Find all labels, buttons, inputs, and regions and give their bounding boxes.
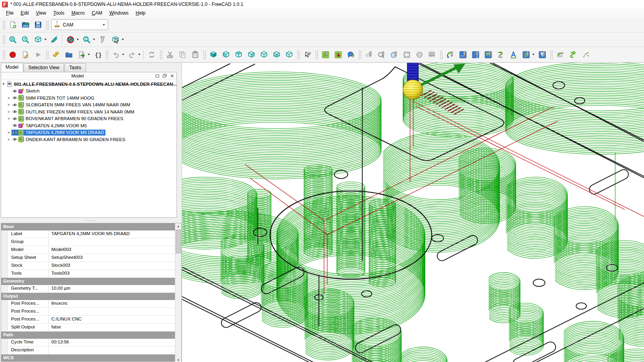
export-button[interactable] <box>75 49 87 60</box>
dock-splitter[interactable] <box>0 218 182 223</box>
cam-job-button[interactable] <box>319 49 331 60</box>
toolbar-grip[interactable] <box>105 50 108 59</box>
visibility-eye-icon[interactable] <box>11 96 18 100</box>
view-fit-all-button[interactable] <box>7 34 19 45</box>
view-left-button[interactable] <box>283 49 295 60</box>
property-value[interactable] <box>49 308 175 315</box>
export-dropdown-arrow[interactable] <box>88 54 90 55</box>
cam-simulator-button[interactable] <box>376 49 387 60</box>
property-value[interactable]: C:/LINUX CNC <box>49 316 175 323</box>
op-vcarve-button[interactable] <box>536 49 548 60</box>
property-value[interactable] <box>49 238 175 246</box>
property-value[interactable]: linuxcnc <box>49 300 175 307</box>
property-row[interactable]: Post Proces... <box>1 308 175 316</box>
open-document-button[interactable] <box>19 19 31 31</box>
paste-button[interactable] <box>189 49 201 60</box>
branch-collapsed-icon[interactable]: ▶ <box>7 138 11 141</box>
property-value[interactable]: false <box>49 324 175 331</box>
menu-cam[interactable]: CAM <box>88 9 106 17</box>
view-front-button[interactable] <box>220 49 232 60</box>
cam-simulator-gl-button[interactable] <box>388 49 400 60</box>
cam-toolbits-button[interactable] <box>426 49 438 60</box>
view-align-button[interactable] <box>48 34 60 45</box>
view-top-button[interactable] <box>233 49 244 60</box>
property-value[interactable]: Tools003 <box>49 270 175 277</box>
property-value[interactable] <box>49 347 175 354</box>
property-row[interactable]: ModelModel003 <box>1 246 175 254</box>
op-engrave-button[interactable] <box>507 49 519 60</box>
view-rear-button[interactable] <box>258 49 270 60</box>
part-blocks-button[interactable] <box>50 49 62 60</box>
menu-file[interactable]: File <box>2 9 17 17</box>
toolbar-grip[interactable] <box>2 35 5 44</box>
property-row[interactable]: ToolsTools003 <box>1 270 175 278</box>
op-adaptive-dropdown-arrow[interactable] <box>532 54 535 55</box>
workbench-dropdown-arrow[interactable] <box>101 20 108 30</box>
cam-sanity-check-button[interactable] <box>345 49 357 60</box>
property-row[interactable]: Description <box>1 347 175 354</box>
view-axonometric-button[interactable] <box>207 49 219 60</box>
property-row[interactable]: Group <box>1 238 175 246</box>
panel-minimize-button[interactable] <box>154 73 160 79</box>
panel-close-button[interactable] <box>169 73 175 79</box>
3d-viewport[interactable] <box>182 63 644 362</box>
property-value[interactable]: SetupSheet003 <box>49 254 175 262</box>
redo-button[interactable] <box>126 49 138 60</box>
refresh-button[interactable] <box>146 49 158 60</box>
toolbar-grip[interactable] <box>159 50 162 59</box>
scroll-down-arrow[interactable]: ▼ <box>175 357 181 362</box>
view-fit-selection-button[interactable] <box>19 34 31 45</box>
toolbar-grip[interactable] <box>550 50 553 59</box>
macro-record-button[interactable] <box>7 49 19 60</box>
view-clipping-button[interactable] <box>64 34 76 45</box>
property-row[interactable]: Post Proces...C:/LINUX CNC <box>1 316 175 324</box>
property-value[interactable]: Model003 <box>49 246 175 254</box>
view-right-button[interactable] <box>245 49 257 60</box>
property-row[interactable]: Split Outputfalse <box>1 324 175 332</box>
dressup-boundary-button[interactable] <box>554 49 566 60</box>
whats-this-button[interactable]: ? <box>301 49 313 60</box>
toolbar-grip[interactable] <box>2 20 5 30</box>
property-row[interactable]: StockStock003 <box>1 262 175 270</box>
redo-dropdown-arrow[interactable] <box>138 54 141 55</box>
property-value[interactable]: TAPGATEN 4,2MM VOOR M5 DRAAD <box>49 230 175 238</box>
toolbar-grip[interactable] <box>358 50 361 59</box>
tree-item[interactable]: ▶5MM FREZEN TOT 14MM HOOG <box>1 94 176 102</box>
view-isometric-button[interactable] <box>32 34 44 45</box>
visibility-eye-icon[interactable] <box>11 89 18 93</box>
save-document-button[interactable] <box>32 19 44 31</box>
panel-float-button[interactable] <box>161 73 168 79</box>
view-box-zoom-button[interactable] <box>81 34 92 45</box>
macro-play-button[interactable] <box>32 49 44 60</box>
measure-button[interactable] <box>97 34 109 45</box>
toolbar-grip[interactable] <box>45 20 49 30</box>
visibility-eye-icon[interactable] <box>11 137 18 141</box>
op-helix-button[interactable] <box>495 49 507 60</box>
cam-inspect-button[interactable] <box>363 49 375 60</box>
tree-item[interactable]: ▶ONDER-KANT AFBRAMEN 90 GRADEN FREES <box>1 136 176 143</box>
property-row[interactable]: Post Proces...linuxcnc <box>1 300 175 308</box>
undo-dropdown-arrow[interactable] <box>122 54 124 55</box>
branch-collapsed-icon[interactable]: ▶ <box>7 131 11 134</box>
cam-orbit-button[interactable] <box>413 49 425 60</box>
visibility-eye-icon[interactable] <box>11 117 18 121</box>
view-bottom-button[interactable] <box>270 49 282 60</box>
workbench-selector[interactable]: CAM <box>51 19 108 30</box>
toolbar-grip[interactable] <box>203 50 206 59</box>
view-clipping-dropdown-arrow[interactable] <box>77 39 79 40</box>
tree-item[interactable]: ▶BOVENKANT AFBRAMEN 90 GRADEN FREES <box>1 115 176 123</box>
scroll-thumb[interactable] <box>176 230 181 253</box>
menu-macro[interactable]: Macro <box>68 9 88 17</box>
property-row[interactable]: Setup SheetSetupSheet003 <box>1 254 175 262</box>
toolbar-grip[interactable] <box>315 50 318 59</box>
property-scrollbar[interactable]: ▲ ▼ <box>175 223 181 362</box>
property-row[interactable]: LabelTAPGATEN 4,2MM VOOR M5 DRAAD <box>1 230 175 238</box>
view-isometric-dropdown-arrow[interactable] <box>44 39 47 40</box>
menu-help[interactable]: Help <box>132 9 149 17</box>
tree-item[interactable]: ▶SLOBGATEN 5MM FREES VAN 14MM NAAR 0MM <box>1 102 176 109</box>
menu-tools[interactable]: Tools <box>50 9 68 17</box>
new-document-button[interactable] <box>7 19 19 31</box>
property-value[interactable]: 10,00 µm <box>49 285 175 292</box>
view-dock-select-button[interactable] <box>109 34 121 45</box>
toolbar-grip[interactable] <box>297 50 300 59</box>
